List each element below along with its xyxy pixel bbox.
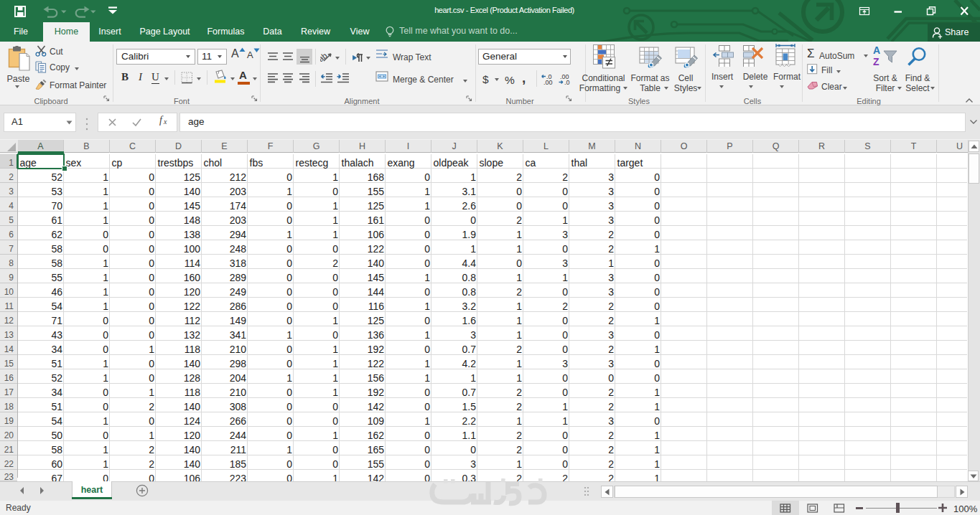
svg-text:A: A	[873, 44, 880, 56]
svg-text:Z: Z	[873, 56, 879, 67]
svg-text:.00: .00	[543, 79, 553, 85]
